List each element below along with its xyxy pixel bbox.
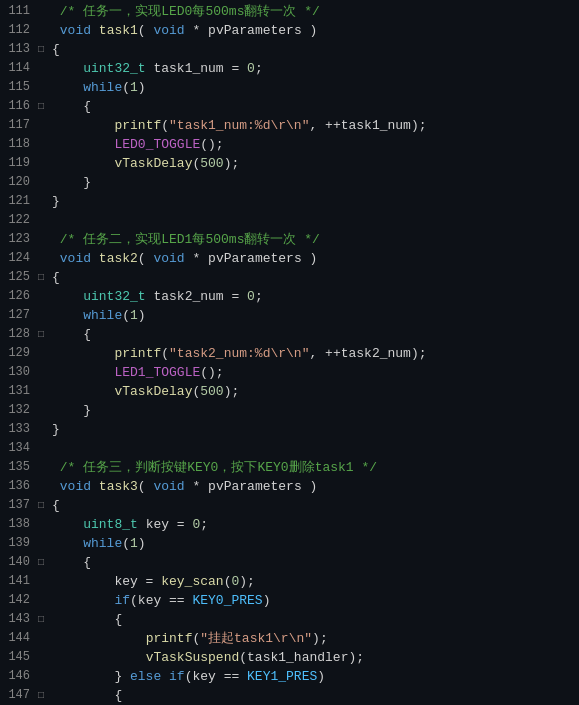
fold-icon[interactable]: □ xyxy=(38,325,52,344)
code-line: 139 while(1) xyxy=(0,534,579,553)
fold-icon xyxy=(38,2,52,21)
fold-icon xyxy=(38,192,52,211)
fold-icon[interactable]: □ xyxy=(38,268,52,287)
code-content: printf("task1_num:%d\r\n", ++task1_num); xyxy=(52,116,579,135)
code-content: /* 任务三，判断按键KEY0，按下KEY0删除task1 */ xyxy=(52,458,579,477)
code-content: printf("task2_num:%d\r\n", ++task2_num); xyxy=(52,344,579,363)
code-content: if(key == KEY0_PRES) xyxy=(52,591,579,610)
code-line: 132 } xyxy=(0,401,579,420)
fold-icon[interactable]: □ xyxy=(38,686,52,705)
code-line: 145 vTaskSuspend(task1_handler); xyxy=(0,648,579,667)
fold-icon xyxy=(38,344,52,363)
line-number: 112 xyxy=(0,21,38,40)
fold-icon xyxy=(38,78,52,97)
code-line: 131 vTaskDelay(500); xyxy=(0,382,579,401)
code-line: 119 vTaskDelay(500); xyxy=(0,154,579,173)
line-number: 111 xyxy=(0,2,38,21)
code-line: 128□ { xyxy=(0,325,579,344)
code-content: } xyxy=(52,420,579,439)
fold-icon xyxy=(38,648,52,667)
fold-icon[interactable]: □ xyxy=(38,97,52,116)
fold-icon xyxy=(38,591,52,610)
line-number: 121 xyxy=(0,192,38,211)
fold-icon[interactable]: □ xyxy=(38,40,52,59)
code-line: 122 xyxy=(0,211,579,230)
line-number: 118 xyxy=(0,135,38,154)
line-number: 113 xyxy=(0,40,38,59)
code-line: 111 /* 任务一，实现LED0每500ms翻转一次 */ xyxy=(0,2,579,21)
code-content: vTaskSuspend(task1_handler); xyxy=(52,648,579,667)
line-number: 136 xyxy=(0,477,38,496)
line-number: 124 xyxy=(0,249,38,268)
code-line: 116□ { xyxy=(0,97,579,116)
fold-icon xyxy=(38,477,52,496)
fold-icon xyxy=(38,401,52,420)
code-editor: 111 /* 任务一，实现LED0每500ms翻转一次 */112 void t… xyxy=(0,0,579,705)
fold-icon xyxy=(38,534,52,553)
code-content: while(1) xyxy=(52,534,579,553)
code-content: void task2( void * pvParameters ) xyxy=(52,249,579,268)
code-content: LED1_TOGGLE(); xyxy=(52,363,579,382)
code-content: while(1) xyxy=(52,306,579,325)
code-line: 123 /* 任务二，实现LED1每500ms翻转一次 */ xyxy=(0,230,579,249)
line-number: 143 xyxy=(0,610,38,629)
code-content: void task1( void * pvParameters ) xyxy=(52,21,579,40)
code-line: 113□{ xyxy=(0,40,579,59)
code-line: 137□{ xyxy=(0,496,579,515)
code-content: uint32_t task2_num = 0; xyxy=(52,287,579,306)
fold-icon xyxy=(38,230,52,249)
line-number: 140 xyxy=(0,553,38,572)
fold-icon xyxy=(38,116,52,135)
code-line: 124 void task2( void * pvParameters ) xyxy=(0,249,579,268)
code-line: 118 LED0_TOGGLE(); xyxy=(0,135,579,154)
code-content: vTaskDelay(500); xyxy=(52,154,579,173)
fold-icon xyxy=(38,515,52,534)
line-number: 114 xyxy=(0,59,38,78)
code-line: 147□ { xyxy=(0,686,579,705)
code-content: { xyxy=(52,553,579,572)
code-content: } xyxy=(52,192,579,211)
code-content: { xyxy=(52,97,579,116)
line-number: 133 xyxy=(0,420,38,439)
line-number: 128 xyxy=(0,325,38,344)
code-line: 135 /* 任务三，判断按键KEY0，按下KEY0删除task1 */ xyxy=(0,458,579,477)
code-line: 140□ { xyxy=(0,553,579,572)
code-line: 117 printf("task1_num:%d\r\n", ++task1_n… xyxy=(0,116,579,135)
code-line: 144 printf("挂起task1\r\n"); xyxy=(0,629,579,648)
fold-icon[interactable]: □ xyxy=(38,553,52,572)
line-number: 117 xyxy=(0,116,38,135)
line-number: 123 xyxy=(0,230,38,249)
code-line: 114 uint32_t task1_num = 0; xyxy=(0,59,579,78)
code-content: LED0_TOGGLE(); xyxy=(52,135,579,154)
line-number: 119 xyxy=(0,154,38,173)
fold-icon xyxy=(38,287,52,306)
code-line: 125□{ xyxy=(0,268,579,287)
code-content: { xyxy=(52,325,579,344)
code-content: /* 任务一，实现LED0每500ms翻转一次 */ xyxy=(52,2,579,21)
fold-icon[interactable]: □ xyxy=(38,496,52,515)
line-number: 132 xyxy=(0,401,38,420)
code-line: 115 while(1) xyxy=(0,78,579,97)
code-content: } xyxy=(52,173,579,192)
line-number: 125 xyxy=(0,268,38,287)
code-line: 121 } xyxy=(0,192,579,211)
fold-icon xyxy=(38,667,52,686)
fold-icon xyxy=(38,363,52,382)
line-number: 137 xyxy=(0,496,38,515)
code-content: { xyxy=(52,40,579,59)
line-number: 144 xyxy=(0,629,38,648)
fold-icon xyxy=(38,154,52,173)
code-line: 134 xyxy=(0,439,579,458)
fold-icon xyxy=(38,629,52,648)
fold-icon xyxy=(38,382,52,401)
code-content: { xyxy=(52,610,579,629)
line-number: 134 xyxy=(0,439,38,458)
code-line: 120 } xyxy=(0,173,579,192)
fold-icon xyxy=(38,135,52,154)
line-number: 116 xyxy=(0,97,38,116)
code-line: 143□ { xyxy=(0,610,579,629)
fold-icon xyxy=(38,572,52,591)
fold-icon xyxy=(38,173,52,192)
fold-icon[interactable]: □ xyxy=(38,610,52,629)
code-line: 133 } xyxy=(0,420,579,439)
